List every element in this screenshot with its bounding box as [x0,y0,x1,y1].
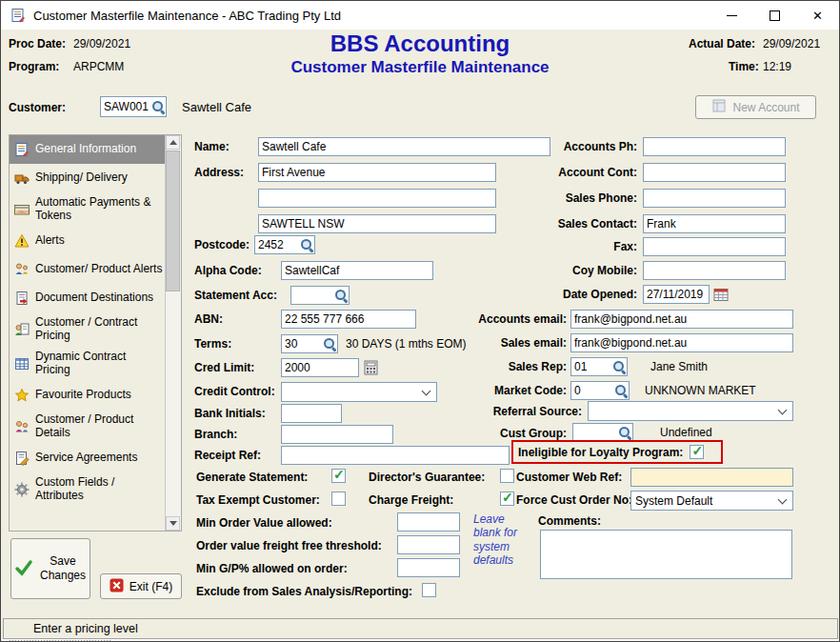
sidebar-item-favourite-products[interactable]: Favourite Products [10,381,166,410]
sidebar-item-custom-fields-attributes[interactable]: Custom Fields / Attributes [10,472,166,507]
min-order-value-input[interactable] [397,512,460,532]
sidebar-item-service-agreements[interactable]: Service Agreements [10,444,166,472]
terms-field[interactable]: 30 [281,334,338,353]
document-icon [13,291,30,306]
warning-icon [13,233,30,249]
directors-guarantee-label: Director's Guarantee: [369,471,485,484]
cred-limit-input[interactable] [281,358,359,377]
address-line3-input[interactable] [258,214,496,233]
loyalty-checkbox[interactable] [690,445,704,459]
charge-freight-checkbox[interactable] [500,492,514,506]
min-gp-input[interactable] [397,558,460,577]
force-cust-order-no-select[interactable]: System Default [630,491,793,511]
close-button[interactable] [796,1,839,30]
sales-rep-search-icon[interactable] [612,360,627,374]
alpha-code-input[interactable] [281,261,433,280]
fax-input[interactable] [643,237,786,256]
accounts-ph-input[interactable] [643,137,786,156]
name-input[interactable] [258,137,550,156]
status-message: Enter a pricing level [33,622,138,635]
sidebar-item-general-information[interactable]: General Information [10,135,166,164]
cust-group-field[interactable] [572,423,633,442]
branch-input[interactable] [281,425,393,444]
sidebar-item-label: Dynamic Contract Pricing [35,351,164,377]
market-code-value[interactable]: 0 [571,384,614,397]
calculator-icon[interactable] [362,359,379,376]
minimize-button[interactable] [710,1,753,30]
status-bar: Enter a pricing level [3,618,838,639]
postcode-search-icon[interactable] [300,238,314,252]
postcode-value[interactable]: 2452 [255,238,300,251]
sidebar-item-customer-contract-pricing[interactable]: Customer / Contract Pricing [10,312,166,347]
sidebar-item-customer-product-alerts[interactable]: Customer/ Product Alerts [10,255,166,284]
terms-value[interactable]: 30 [282,337,323,351]
sales-phone-input[interactable] [643,189,786,208]
sales-rep-field[interactable]: 01 [570,357,628,376]
market-code-label: Market Code: [458,384,567,397]
sidebar-list: General Information Shipping/ Delivery C… [10,135,166,531]
market-code-search-icon[interactable] [614,384,629,398]
accounts-email-input[interactable] [570,310,793,329]
sidebar-item-customer-product-details[interactable]: Customer / Product Details [10,410,166,444]
exit-button[interactable]: Exit (F4) [100,573,182,599]
sidebar-item-automatic-payments[interactable]: CREDIT Automatic Payments & Tokens [10,192,166,227]
credit-control-select[interactable] [281,382,437,402]
abn-input[interactable] [281,310,416,329]
sidebar-scrollbar[interactable] [165,135,181,531]
sidebar-item-shipping-delivery[interactable]: Shipping/ Delivery [10,164,166,192]
directors-guarantee-checkbox[interactable] [500,469,514,483]
address-line1-input[interactable] [258,163,496,182]
terms-description: 30 DAYS (1 mths EOM) [346,337,466,351]
customer-code-value[interactable]: SAW001 [101,100,151,113]
market-code-field[interactable]: 0 [570,381,630,400]
save-changes-label: Save Changes [39,554,87,583]
svg-text:CREDIT: CREDIT [16,211,30,214]
comments-textarea[interactable] [540,530,792,579]
statement-acc-label: Statement Acc: [194,289,277,302]
referral-source-select[interactable] [588,401,793,421]
sales-email-input[interactable] [570,333,793,352]
charge-freight-label: Charge Freight: [369,493,453,507]
fax-label: Fax: [515,240,637,253]
exit-icon [110,578,124,595]
date-opened-input[interactable] [643,285,710,304]
terms-label: Terms: [194,337,231,351]
statement-acc-field[interactable] [290,286,350,305]
terms-search-icon[interactable] [323,337,337,351]
sidebar-item-label: Customer / Product Details [35,413,164,440]
sidebar-item-label: Shipping/ Delivery [35,171,128,185]
receipt-ref-input[interactable] [281,446,510,465]
time-value: 12:19 [763,60,791,73]
save-changes-button[interactable]: Save Changes [10,538,90,599]
sales-contact-input[interactable] [643,214,786,233]
account-cont-label: Account Cont: [515,166,637,179]
sales-rep-value[interactable]: 01 [571,360,612,373]
market-code-description: UNKNOWN MARKET [645,384,756,397]
scroll-down-icon[interactable] [166,516,180,531]
customer-label: Customer: [9,101,66,114]
cust-group-search-icon[interactable] [618,426,632,440]
calendar-icon[interactable] [712,286,730,303]
account-cont-input[interactable] [643,163,786,182]
coy-mobile-input[interactable] [643,261,786,280]
scroll-up-icon[interactable] [166,135,180,150]
scrollbar-thumb[interactable] [166,150,180,291]
address-line2-input[interactable] [258,189,496,208]
sidebar-item-alerts[interactable]: Alerts [10,227,166,255]
freight-free-threshold-input[interactable] [397,535,460,554]
customer-search-icon[interactable] [151,100,166,114]
new-account-button[interactable]: New Account [695,95,816,119]
address-label: Address: [194,166,244,179]
maximize-button[interactable] [753,1,796,30]
bank-initials-input[interactable] [281,404,342,423]
exclude-sales-analysis-checkbox[interactable] [422,583,436,597]
customer-web-ref-input[interactable] [630,468,793,487]
postcode-field[interactable]: 2452 [254,235,315,254]
generate-statement-checkbox[interactable] [331,469,346,483]
customer-code-field[interactable]: SAW001 [100,96,167,117]
sidebar-item-dynamic-contract-pricing[interactable]: Dynamic Contract Pricing [10,347,166,381]
statement-acc-search-icon[interactable] [334,289,349,303]
sales-contact-label: Sales Contact: [515,217,637,231]
tax-exempt-checkbox[interactable] [331,492,346,506]
sidebar-item-document-destinations[interactable]: Document Destinations [10,284,166,312]
